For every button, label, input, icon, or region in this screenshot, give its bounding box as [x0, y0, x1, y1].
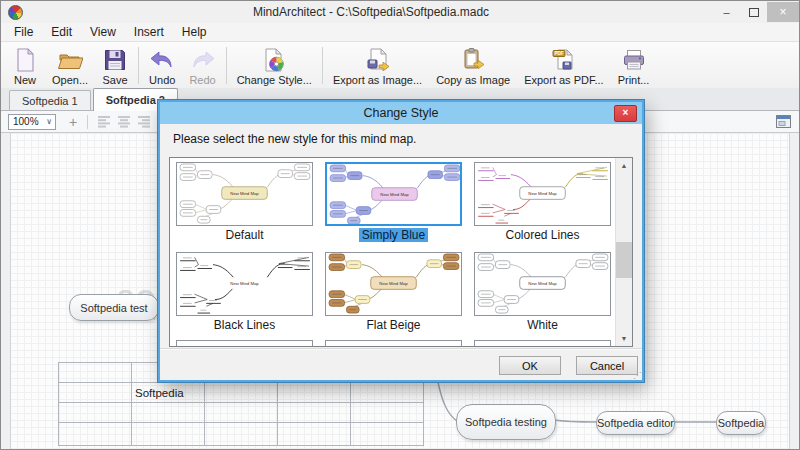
export-image-icon	[365, 46, 391, 73]
toolbar-separator	[226, 47, 227, 84]
align-left-icon[interactable]	[94, 114, 114, 130]
svg-text:New Mind Map: New Mind Map	[380, 192, 409, 197]
toolbar-print-button[interactable]: Print...	[611, 43, 657, 88]
list-scrollbar[interactable]: ▲ ▼	[615, 158, 632, 346]
style-option-simply-blue[interactable]: New Mind Map	[325, 162, 462, 226]
ok-button[interactable]: OK	[499, 356, 561, 375]
mindmap-node-softpedia[interactable]: Softpedia	[716, 411, 766, 435]
table-cell[interactable]	[205, 403, 278, 423]
window-controls: –×	[713, 1, 799, 23]
menu-edit[interactable]: Edit	[42, 23, 81, 41]
mindmap-node-softpedia-editor[interactable]: Softpedia editor	[596, 411, 675, 435]
close-button[interactable]: ×	[767, 2, 799, 22]
toolbar-separator	[322, 47, 323, 84]
table-cell[interactable]	[132, 403, 205, 423]
mindmap-node-softpedia-test[interactable]: Softpedia test	[69, 294, 159, 321]
style-label-simply-blue: Simply Blue	[319, 228, 468, 242]
toolbar-copy-as-image-button[interactable]: Copy as Image	[429, 43, 517, 88]
style-list: ▲ ▼ New Mind MapDefaultNew Mind MapSimpl…	[169, 157, 633, 347]
dialog-close-button[interactable]: ×	[614, 105, 637, 122]
table-cell[interactable]	[351, 423, 424, 446]
chevron-down-icon: ∨	[46, 117, 55, 126]
table-cell[interactable]	[351, 403, 424, 423]
cancel-button[interactable]: Cancel	[576, 356, 638, 375]
zoom-level-combobox[interactable]: 100% ∨	[8, 114, 56, 130]
toolbar-save-button[interactable]: Save	[95, 43, 135, 88]
svg-text:New Mind Map: New Mind Map	[528, 191, 557, 196]
tab-softpedia-1[interactable]: Softpedia 1	[9, 90, 91, 110]
style-option-partial[interactable]	[176, 340, 313, 347]
new-document-icon	[12, 46, 38, 73]
maximize-icon	[749, 8, 759, 17]
toolbar-change-style-button[interactable]: Change Style...	[230, 43, 319, 88]
undo-icon	[149, 46, 175, 73]
table-cell[interactable]	[59, 403, 132, 423]
table-cell[interactable]	[59, 383, 132, 403]
dialog-instruction-text: Please select the new style for this min…	[173, 132, 416, 146]
scroll-up-icon[interactable]: ▲	[616, 158, 632, 173]
add-topic-button[interactable]: +	[65, 114, 81, 130]
window-titlebar: MindArchitect - C:\Softpedia\Softpedia.m…	[1, 1, 799, 23]
menu-help[interactable]: Help	[173, 23, 216, 41]
table-cell[interactable]	[205, 383, 278, 403]
menu-file[interactable]: File	[5, 23, 42, 41]
toolbar-button-label: Change Style...	[237, 74, 312, 86]
style-label-white: White	[468, 318, 617, 332]
scrollbar-thumb[interactable]	[616, 242, 632, 278]
style-label-colored-lines: Colored Lines	[468, 228, 617, 242]
style-option-white[interactable]: New Mind Map	[474, 252, 611, 316]
table-cell[interactable]	[278, 423, 351, 446]
toolbar-new-button[interactable]: New	[5, 43, 45, 88]
toolbar-separator	[138, 47, 139, 84]
toolbar-button-label: Export as Image...	[333, 74, 422, 86]
window-title: MindArchitect - C:\Softpedia\Softpedia.m…	[29, 5, 713, 19]
style-option-colored-lines[interactable]: New Mind Map	[474, 162, 611, 226]
style-label-flat-beige: Flat Beige	[319, 318, 468, 332]
style-option-default[interactable]: New Mind Map	[176, 162, 313, 226]
app-logo-icon	[8, 5, 23, 20]
svg-text:New Mind Map: New Mind Map	[230, 281, 259, 286]
table-cell[interactable]	[351, 383, 424, 403]
table-cell[interactable]	[59, 363, 132, 383]
align-right-icon[interactable]	[134, 114, 154, 130]
toolbar-button-label: Print...	[618, 74, 650, 86]
svg-text:New Mind Map: New Mind Map	[379, 281, 408, 286]
table-cell[interactable]	[205, 423, 278, 446]
mindmap-node-softpedia-testing[interactable]: Softpedia testing	[456, 404, 556, 440]
open-folder-icon	[57, 46, 83, 73]
toolbar-redo-button[interactable]: Redo	[182, 43, 222, 88]
menu-insert[interactable]: Insert	[125, 23, 173, 41]
change-style-icon	[261, 46, 287, 73]
style-option-partial[interactable]	[325, 340, 462, 347]
svg-text:PDF: PDF	[554, 51, 563, 56]
align-center-icon[interactable]	[114, 114, 134, 130]
scroll-down-icon[interactable]: ▼	[616, 331, 632, 346]
overview-panel-button[interactable]	[775, 114, 792, 129]
toolbar-open-button[interactable]: Open...	[45, 43, 95, 88]
dialog-resize-grip[interactable]: ⋰	[633, 372, 641, 380]
menu-view[interactable]: View	[81, 23, 125, 41]
dialog-titlebar[interactable]: Change Style	[160, 102, 642, 124]
toolbar-export-as-pdf-button[interactable]: PDFExport as PDF...	[517, 43, 610, 88]
svg-text:New Mind Map: New Mind Map	[230, 191, 259, 196]
minimize-button[interactable]: –	[713, 2, 740, 22]
toolbar-button-label: Export as PDF...	[524, 74, 603, 86]
style-option-flat-beige[interactable]: New Mind Map	[325, 252, 462, 316]
table-cell[interactable]	[132, 423, 205, 446]
toolbar-button-label: Undo	[149, 74, 175, 86]
maximize-button[interactable]	[740, 2, 767, 22]
change-style-dialog: Change Style × Please select the new sty…	[158, 100, 644, 382]
style-option-black-lines[interactable]: New Mind Map	[176, 252, 313, 316]
save-icon	[102, 46, 128, 73]
table-cell[interactable]	[278, 403, 351, 423]
toolbar-export-as-image-button[interactable]: Export as Image...	[326, 43, 429, 88]
table-cell[interactable]	[59, 423, 132, 446]
toolbar-undo-button[interactable]: Undo	[142, 43, 182, 88]
style-option-partial[interactable]	[474, 340, 611, 347]
zoom-level-value: 100%	[13, 116, 39, 127]
print-icon	[621, 46, 647, 73]
table-cell[interactable]	[278, 383, 351, 403]
redo-icon	[190, 46, 216, 73]
table-cell[interactable]: Softpedia	[132, 383, 205, 403]
toolbar-button-label: New	[14, 74, 36, 86]
